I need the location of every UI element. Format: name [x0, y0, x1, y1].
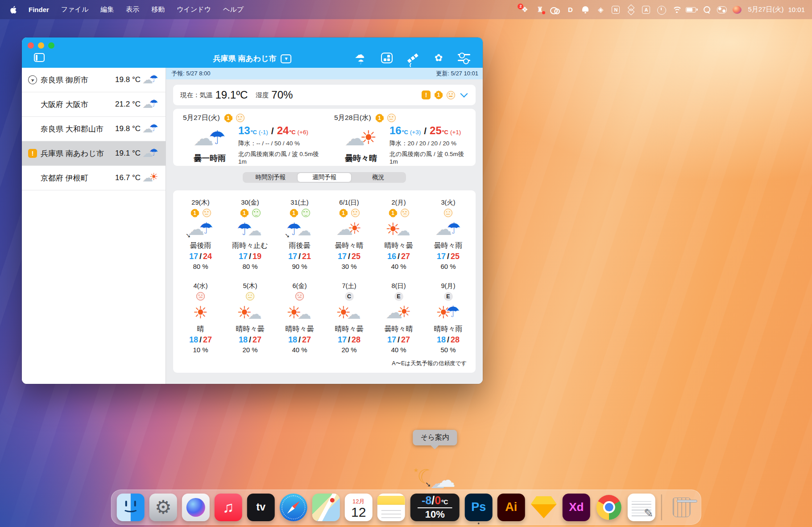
- weather-icon-sun-umbrella: ☀☂: [436, 302, 460, 323]
- dock-safari-icon[interactable]: [280, 494, 307, 521]
- sidebar-item-1[interactable]: 大阪府 大阪市21.2 °C☁☂: [22, 92, 166, 117]
- weekly-precip-prob: 60 %: [440, 263, 456, 270]
- dock-appletv-icon[interactable]: tv: [247, 494, 275, 521]
- city-temp: 19.8 °C: [115, 75, 141, 84]
- dock-photoshop-icon[interactable]: Ps: [465, 494, 493, 521]
- weather-icon-sun: ☀: [193, 302, 208, 323]
- weekly-date: 9(月): [441, 282, 455, 290]
- toggles-icon[interactable]: [458, 51, 471, 65]
- forecast-tabs: 時間別予報週間予報概況: [243, 172, 406, 183]
- menu-edit[interactable]: 編集: [100, 5, 114, 14]
- sidebar-item-3[interactable]: !兵庫県 南あわじ市19.1 °C☁☂: [22, 141, 166, 166]
- dock-textedit-icon[interactable]: [628, 494, 655, 521]
- dock-illustrator-icon[interactable]: Ai: [497, 494, 525, 521]
- dock-calendar-icon[interactable]: 12月12: [345, 494, 373, 521]
- time-machine-icon[interactable]: [655, 4, 667, 16]
- sidebar-item-0[interactable]: ➤奈良県 御所市19.8 °C☁☂: [22, 68, 166, 92]
- battery-icon[interactable]: [685, 4, 698, 16]
- menu-window[interactable]: ウインドウ: [177, 5, 211, 14]
- weekly-high: 27: [203, 335, 212, 344]
- weekly-precip-prob: 40 %: [391, 346, 406, 354]
- weekly-precip-prob: 90 %: [292, 263, 307, 270]
- tab-1[interactable]: 週間予報: [298, 173, 352, 182]
- face-frown-orange-icon: [401, 209, 409, 217]
- dock-trash-icon[interactable]: [667, 494, 695, 521]
- notion-icon[interactable]: N: [609, 4, 622, 16]
- weather-icon-umbrella-arrow-cloud: ☂➘☁: [286, 219, 313, 239]
- dock-weather-widget: -80ºC10%: [410, 494, 460, 521]
- menu-help[interactable]: ヘルプ: [223, 5, 244, 14]
- creative-cloud-icon[interactable]: [549, 4, 561, 16]
- dock-siri-icon[interactable]: [182, 494, 210, 521]
- menubar-clock[interactable]: 10:01: [788, 6, 805, 13]
- sidebar-item-4[interactable]: 京都府 伊根町16.7 °C☁☀: [22, 166, 166, 190]
- satellite-icon[interactable]: [403, 48, 422, 68]
- weather-icon-cloud-umbrella: ☁☂: [142, 97, 159, 112]
- zoom-button[interactable]: [48, 42, 54, 49]
- weekly-date: 6/1(日): [339, 198, 359, 207]
- apple-menu-icon[interactable]: [10, 6, 17, 14]
- dock-notes-icon[interactable]: [377, 494, 405, 521]
- menu-file[interactable]: ファイル: [61, 5, 88, 14]
- current-humidity-value: 70%: [271, 89, 293, 101]
- control-center-icon[interactable]: [716, 4, 728, 16]
- menu-status-icons: ❖2♜D◈NA: [518, 4, 743, 16]
- menu-go[interactable]: 移動: [151, 5, 165, 14]
- cloud-rain-icon[interactable]: ☁☂: [354, 51, 368, 65]
- bell-icon[interactable]: [579, 4, 592, 16]
- spotlight-icon[interactable]: [700, 4, 713, 16]
- deepl-icon[interactable]: D: [564, 4, 576, 16]
- wind-wave-info: 北の風後南東の風 / 波 0.5m後1m: [238, 150, 321, 165]
- toolbar: ☁☂ ✿: [354, 51, 471, 65]
- rook-icon[interactable]: ♜: [534, 4, 546, 16]
- dock-adobe-xd-icon[interactable]: Xd: [563, 494, 590, 521]
- dock-chrome-icon[interactable]: [595, 494, 623, 521]
- weekly-high: 28: [451, 335, 460, 344]
- dock-tooltip: そら案内: [413, 430, 457, 445]
- reliability-badge: E: [444, 292, 453, 301]
- minimize-button[interactable]: [38, 42, 44, 49]
- hexagon-icon[interactable]: ◈: [594, 4, 607, 16]
- sidebar-item-2[interactable]: 奈良県 大和郡山市19.8 °C☁☂: [22, 117, 166, 141]
- menu-bar: Finder ファイル 編集 表示 移動 ウインドウ ヘルプ ❖2♜D◈NA 5…: [0, 0, 812, 19]
- menubar-date[interactable]: 5月27日(火): [748, 5, 783, 14]
- dock-maps-icon[interactable]: [312, 494, 340, 521]
- weekly-low: 18: [288, 335, 297, 344]
- low-temp: 13: [238, 124, 250, 137]
- menu-view[interactable]: 表示: [126, 5, 139, 14]
- menu-app-name[interactable]: Finder: [29, 6, 49, 13]
- input-source-icon[interactable]: A: [640, 4, 652, 16]
- sun-badge-icon: 1: [224, 114, 233, 123]
- wifi-icon[interactable]: [670, 4, 683, 16]
- weekly-high: 28: [352, 335, 360, 344]
- weekly-date: 30(金): [241, 198, 259, 207]
- window-title: 兵庫県 南あわじ市: [213, 54, 277, 64]
- weather-icon-cloud-sun: ☁☀: [385, 302, 412, 323]
- day-condition: 曇時々晴: [334, 153, 388, 164]
- weather-icon-cloud-arrow-umbrella: ☁➘☂: [187, 219, 214, 239]
- flower-icon[interactable]: ✿: [432, 51, 445, 65]
- stacked-diamonds-icon[interactable]: [625, 4, 637, 16]
- dock-music-icon[interactable]: ♫: [215, 494, 242, 521]
- city-name: 大阪府 大阪市: [41, 99, 88, 110]
- sun-badge-icon: 1: [290, 209, 298, 218]
- avatar-icon[interactable]: [731, 4, 743, 16]
- dock-finder-icon[interactable]: [117, 494, 145, 521]
- face-happy-green-icon: [252, 209, 261, 217]
- expand-chevron-icon[interactable]: [460, 90, 468, 98]
- dropbox-icon[interactable]: ❖2: [518, 4, 531, 16]
- weather-icon-cloud-umbrella: ☁☂: [142, 146, 159, 161]
- location-dropdown-button[interactable]: [281, 54, 291, 63]
- dock-settings-icon[interactable]: ⚙: [149, 494, 177, 521]
- city-temp: 16.7 °C: [115, 173, 141, 182]
- tab-2[interactable]: 概況: [351, 173, 405, 182]
- weekly-cell-0: 29(木)1☁➘☂曇後雨172480 %: [176, 198, 225, 270]
- dock-sketch-icon[interactable]: [530, 494, 558, 521]
- widgets-icon[interactable]: [380, 51, 394, 65]
- weekly-date: 3(火): [441, 198, 455, 207]
- weekly-high: 27: [401, 335, 410, 344]
- close-button[interactable]: [28, 42, 34, 49]
- titlebar[interactable]: 兵庫県 南あわじ市 ☁☂ ✿: [22, 37, 483, 68]
- dock-sora-annai-icon[interactable]: ★☾☁☁➘-80ºC10%そら案内: [410, 494, 460, 521]
- tab-0[interactable]: 時間別予報: [244, 173, 298, 182]
